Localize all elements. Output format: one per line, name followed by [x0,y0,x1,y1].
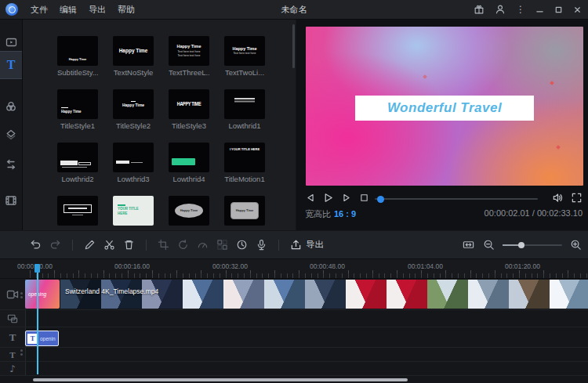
close-button[interactable] [573,5,582,14]
opening-video-clip[interactable]: opening [25,280,60,309]
mosaic-button[interactable] [216,239,228,251]
more-menu-icon[interactable]: ⋮ [516,5,525,14]
template-label: Lowthrid3 [113,175,154,184]
title-overlay-banner: Wonderful Travel [355,96,534,121]
play-button[interactable] [322,192,334,204]
timeline-tracks: T T ♪ opening Switzerland 4K_Timelapse.m… [0,279,588,383]
template-item[interactable]: Happy TimeTitleStyle1 [57,89,98,131]
template-item[interactable]: Happy TimeTitleStyle2 [113,89,154,131]
playhead[interactable] [37,264,38,374]
delete-trash-button[interactable] [123,239,135,251]
video-track-icon [6,289,19,300]
timeline-ruler[interactable]: 00:00:00.00 00:00:16.00 00:00:32.00 00:0… [0,259,588,279]
template-item[interactable]: Lowthrid1 [224,89,265,131]
seek-handle[interactable] [377,196,384,203]
sidebar-item-transitions[interactable] [0,153,22,176]
template-label: TitleStyle2 [113,121,154,131]
menu-edit[interactable]: 编辑 [60,4,77,16]
text-track-1-header[interactable]: T [0,330,25,345]
confetti-decor [423,74,427,79]
seek-slider[interactable] [375,198,538,200]
template-item[interactable]: Happy TimeTextNoStyle [113,36,154,78]
zoom-in-button[interactable] [570,239,582,251]
timeline-horizontal-scrollbar[interactable] [33,378,408,381]
fullscreen-icon[interactable] [571,192,583,204]
redo-button[interactable] [49,239,61,251]
menu-file[interactable]: 文件 [31,4,48,16]
ruler-label: 00:00:16.00 [114,262,150,270]
rotate-button[interactable] [177,239,189,251]
maximize-button[interactable] [554,5,563,14]
previous-frame-button[interactable] [305,192,316,204]
duration-clock-button[interactable] [236,239,248,251]
text-track-1[interactable] [0,327,588,348]
template-item[interactable]: Happy Time [169,196,209,228]
template-sample-title: Happy Time [122,101,144,108]
app-logo-icon [5,3,18,16]
fit-timeline-button[interactable] [462,239,475,251]
crop-button[interactable] [158,239,169,251]
edit-pencil-button[interactable] [84,239,96,251]
split-scissors-button[interactable] [103,239,115,251]
volume-icon[interactable] [552,192,564,204]
template-item[interactable]: Lowthrid2 [57,143,98,184]
audio-track[interactable] [0,362,588,376]
template-sample-title: I YOUR TITLE HERE [226,148,263,152]
template-item[interactable]: I YOUR TITLE HERETitleMotion1 [224,143,265,184]
menu-export[interactable]: 导出 [89,4,106,16]
confetti-decor [550,81,554,85]
text-clip-label: openin [40,336,56,341]
audio-track-header[interactable]: ♪ [0,363,25,374]
pip-track-icon [7,314,18,323]
sidebar-item-text[interactable]: T [0,51,22,79]
menu-help[interactable]: 帮助 [118,4,135,16]
template-item[interactable]: Happy TimeText here text hereText here t… [169,36,209,78]
zoom-out-button[interactable] [483,239,495,251]
pip-track-header[interactable] [0,313,25,324]
template-item[interactable]: Lowthrid4 [169,143,209,184]
undo-button[interactable] [30,239,42,251]
video-track-header[interactable] [0,284,25,305]
template-thumbnail: Happy Time [57,89,98,119]
stop-button[interactable] [359,192,369,204]
text-track-2-header[interactable]: T [0,349,25,360]
template-item[interactable] [57,196,98,228]
template-item[interactable]: Lowthrid3 [113,143,154,184]
template-sample-title: Happy Time [57,58,98,62]
sidebar-item-overlays[interactable] [0,123,22,146]
template-thumbnail: I YOUR TITLE HERE [224,143,265,172]
resources-gift-icon[interactable] [474,4,485,15]
minimize-button[interactable] [535,5,544,14]
template-item[interactable]: HAPPY TIMETitleStyle3 [169,89,209,131]
filters-icon [5,100,17,113]
text-track-icon: T [9,350,15,360]
sidebar-item-filters[interactable] [0,95,22,118]
text-icon: T [7,58,16,72]
playhead-handle[interactable] [34,264,40,273]
template-thumbnail: Happy Time [57,36,98,66]
next-frame-button[interactable] [341,192,352,204]
template-thumbnail: Happy Time [113,36,154,66]
templates-scrollbar[interactable] [292,24,295,68]
voiceover-mic-button[interactable] [256,239,267,251]
account-user-icon[interactable] [495,4,506,15]
text-track-2[interactable] [0,348,588,362]
timeline-zoom-handle[interactable] [518,242,524,248]
video-frame-thumbnail [387,280,427,309]
template-item[interactable]: Happy TimeText here text hereTextTwoLi..… [224,36,265,78]
template-item[interactable]: YOUR TITLEHERE [113,196,154,228]
export-button[interactable]: 导出 [290,239,324,251]
preview-video[interactable]: Wonderful Travel [306,27,583,186]
opening-text-clip[interactable]: T openin [25,331,59,346]
timeline-zoom-slider[interactable] [503,244,562,246]
speed-button[interactable] [197,239,209,251]
pip-track[interactable] [0,310,588,327]
template-label: TextThreeL... [169,68,209,78]
aspect-ratio[interactable]: 宽高比16 : 9 [305,208,356,220]
sidebar-item-elements[interactable] [0,189,22,212]
edit-toolbar: 导出 [0,231,588,259]
track-lock-icon[interactable] [20,292,23,294]
template-thumbnail [224,89,265,119]
template-item[interactable]: Happy TimeSubtitleSty... [57,36,98,78]
template-item[interactable]: Happy Time [224,196,265,228]
